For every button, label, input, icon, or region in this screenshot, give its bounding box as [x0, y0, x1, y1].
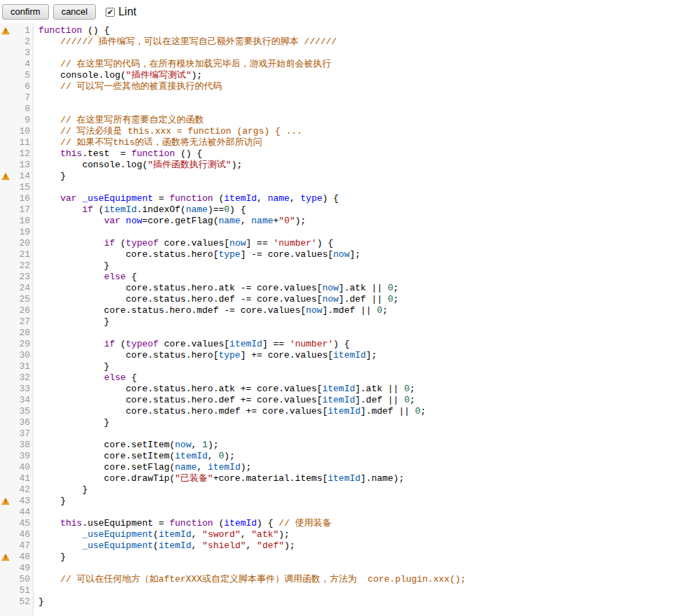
code-line[interactable]: core.setItem(now, 1);	[38, 440, 673, 451]
gutter-row: 19	[0, 227, 33, 238]
warning-triangle-icon[interactable]: !	[0, 172, 11, 181]
code-line[interactable]: core.setItem(itemId, 0);	[38, 451, 673, 462]
code-line[interactable]: }	[38, 171, 673, 182]
gutter-row: 46	[0, 529, 33, 540]
gutter-row: 20	[0, 238, 33, 249]
code-line[interactable]: core.status.hero.mdef += core.values[ite…	[38, 406, 673, 417]
code-line[interactable]: if (typeof core.values[itemId] == 'numbe…	[38, 339, 673, 350]
code-line[interactable]	[38, 585, 673, 596]
code-line[interactable]: _useEquipment(itemId, "shield", "def");	[38, 540, 673, 552]
line-number: 43	[11, 496, 33, 507]
line-number: 18	[11, 216, 33, 227]
code-line[interactable]: ////// 插件编写，可以在这里写自己额外需要执行的脚本 //////	[38, 36, 673, 48]
code-line[interactable]: // 可以在任何地方（如afterXXX或自定义脚本事件）调用函数，方法为 co…	[38, 574, 673, 585]
code-editor[interactable]: !12345678910111213!141516171819202122232…	[0, 23, 673, 616]
svg-text:!: !	[4, 499, 8, 505]
code-line[interactable]: _useEquipment(itemId, "sword", "atk");	[38, 529, 673, 540]
code-line[interactable]: }	[38, 484, 673, 496]
code-line[interactable]	[38, 227, 673, 238]
code-line[interactable]	[38, 104, 673, 115]
code-line[interactable]: this.useEquipment = function (itemId) { …	[38, 518, 673, 529]
gutter-row: 50	[0, 574, 33, 585]
code-line[interactable]	[38, 563, 673, 574]
code-line[interactable]: else {	[38, 272, 673, 283]
line-number: 44	[11, 507, 33, 518]
line-number: 27	[11, 316, 33, 328]
code-line[interactable]: // 在这里写所有需要自定义的函数	[38, 115, 673, 126]
cancel-button[interactable]: cancel	[53, 4, 97, 20]
code-line[interactable]	[38, 428, 673, 440]
gutter-row: 10	[0, 126, 33, 137]
code-line[interactable]: // 写法必须是 this.xxx = function (args) { ..…	[38, 126, 673, 137]
line-number: 10	[11, 126, 33, 137]
code-line[interactable]: core.status.hero.atk -= core.values[now]…	[38, 283, 673, 294]
lint-checkbox[interactable]	[106, 8, 115, 17]
line-number: 34	[11, 395, 33, 406]
code-line[interactable]: }	[38, 552, 673, 563]
line-number: 1	[11, 25, 33, 36]
line-number: 52	[11, 596, 33, 608]
svg-text:!: !	[4, 555, 8, 561]
code-line[interactable]: core.status.hero.mdef -= core.values[now…	[38, 305, 673, 316]
code-line[interactable]: console.log("插件函数执行测试");	[38, 160, 673, 171]
code-line[interactable]: this.test = function () {	[38, 148, 673, 160]
code-line[interactable]	[38, 182, 673, 193]
line-number: 12	[11, 148, 33, 160]
line-number: 13	[11, 160, 33, 171]
code-line[interactable]: function () {	[38, 25, 673, 36]
gutter-row: 3	[0, 48, 33, 59]
code-line[interactable]: var _useEquipment = function (itemId, na…	[38, 193, 673, 204]
line-number: 29	[11, 339, 33, 350]
warning-triangle-icon[interactable]: !	[0, 27, 11, 35]
gutter-row: 7	[0, 92, 33, 104]
gutter-row: 52	[0, 596, 33, 608]
code-line[interactable]: else {	[38, 372, 673, 384]
gutter-row: 23	[0, 272, 33, 283]
gutter-row: 32	[0, 372, 33, 384]
code-line[interactable]: }	[38, 361, 673, 372]
code-line[interactable]: }	[38, 316, 673, 328]
code-line[interactable]: core.status.hero[type] -= core.values[no…	[38, 249, 673, 260]
gutter-row: 13	[0, 160, 33, 171]
code-line[interactable]: var now=core.getFlag(name, name+"0");	[38, 216, 673, 227]
gutter-row: 16	[0, 193, 33, 204]
code-line[interactable]	[38, 507, 673, 518]
line-number: 35	[11, 406, 33, 417]
code-line[interactable]	[38, 92, 673, 104]
line-number: 40	[11, 462, 33, 473]
gutter-row: 39	[0, 451, 33, 462]
code-line[interactable]: }	[38, 496, 673, 507]
line-number: 51	[11, 585, 33, 596]
code-line[interactable]: core.setFlag(name, itemId);	[38, 462, 673, 473]
code-line[interactable]: console.log("插件编写测试");	[38, 70, 673, 81]
warning-triangle-icon[interactable]: !	[0, 497, 11, 505]
code-line[interactable]: }	[38, 417, 673, 428]
gutter-row: 51	[0, 585, 33, 596]
gutter-row: 6	[0, 81, 33, 92]
code-line[interactable]: }	[38, 596, 673, 608]
code-line[interactable]: // 可以写一些其他的被直接执行的代码	[38, 81, 673, 92]
code-line[interactable]	[38, 48, 673, 59]
line-number: 25	[11, 294, 33, 305]
line-number: 20	[11, 238, 33, 249]
code-line[interactable]: // 在这里写的代码，在所有模块加载完毕后，游戏开始前会被执行	[38, 59, 673, 70]
code-line[interactable]: if (itemId.indexOf(name)==0) {	[38, 204, 673, 216]
code-line[interactable]	[38, 328, 673, 339]
warning-triangle-icon[interactable]: !	[0, 553, 11, 561]
code-line[interactable]: core.drawTip("已装备"+core.material.items[i…	[38, 473, 673, 484]
confirm-button[interactable]: confirm	[2, 4, 49, 20]
gutter-row: !48	[0, 552, 33, 563]
line-number: 7	[11, 92, 33, 104]
gutter-row: 24	[0, 283, 33, 294]
code-line[interactable]: core.status.hero.atk += core.values[item…	[38, 384, 673, 395]
code-lines[interactable]: function () { ////// 插件编写，可以在这里写自己额外需要执行…	[34, 23, 673, 616]
code-line[interactable]: core.status.hero.def -= core.values[now]…	[38, 294, 673, 305]
code-line[interactable]: }	[38, 260, 673, 272]
code-line[interactable]: core.status.hero.def += core.values[item…	[38, 395, 673, 406]
line-number: 6	[11, 81, 33, 92]
line-number: 26	[11, 305, 33, 316]
code-line[interactable]: core.status.hero[type] += core.values[it…	[38, 350, 673, 361]
line-number: 22	[11, 260, 33, 272]
code-line[interactable]: if (typeof core.values[now] == 'number')…	[38, 238, 673, 249]
code-line[interactable]: // 如果不写this的话，函数将无法被外部所访问	[38, 137, 673, 148]
